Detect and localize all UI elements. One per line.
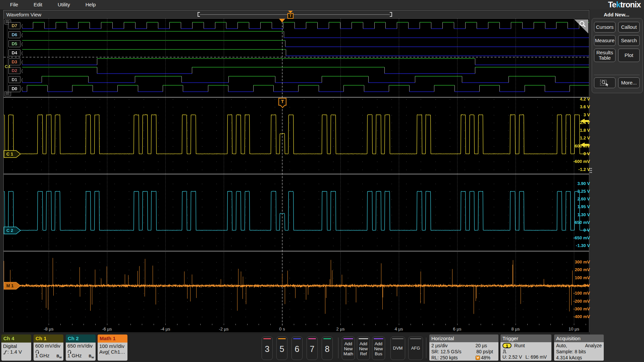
channel-badge-math1[interactable]: Math 1 100 mV/div Avg( Ch1…	[98, 335, 127, 361]
channel-button-7[interactable]: 7	[307, 337, 318, 360]
waveform-canvas[interactable]	[4, 19, 589, 326]
trigger-lower-level: L: 696 mV	[525, 354, 547, 360]
channel-tag-m-1[interactable]: M 1	[4, 282, 21, 291]
channel-color-strip	[323, 338, 331, 339]
button-label: AddNewMath	[342, 341, 355, 356]
rising-edge-icon	[3, 350, 7, 355]
digital-label-d5[interactable]: D5(	[8, 40, 20, 47]
add-new-plot-button[interactable]: Plot	[618, 49, 640, 62]
time-tick-8-s: -8 µs	[37, 326, 60, 331]
digital-label-d7[interactable]: D7(	[8, 22, 20, 29]
digital-threshold-label-c4[interactable]: C4	[5, 64, 10, 69]
math1-title: Math 1	[98, 335, 127, 343]
add-new-search-button[interactable]: Search	[618, 35, 640, 46]
channel-button-8[interactable]: 8	[322, 337, 333, 360]
horizontal-pan-zoom-bar[interactable]: T	[198, 11, 392, 18]
label-bracket: (	[21, 85, 23, 92]
add-new-bus-button[interactable]: AddNewBus	[372, 337, 385, 360]
horizontal-title: Horizontal	[429, 335, 498, 342]
add-new-measure-button[interactable]: Measure	[594, 35, 615, 46]
trigger-scrub-pointer-icon[interactable]	[288, 11, 293, 13]
label-bracket: (	[21, 67, 23, 74]
panel-resize-handle[interactable]	[589, 167, 592, 177]
time-tick-8-s: 8 µs	[504, 326, 527, 331]
panel-divider	[594, 75, 640, 75]
graticule-area[interactable]: T D7(D6(D5(D4(D3(D2(D1(D0(4.2 V3.6 V3 V2…	[4, 19, 589, 326]
channel-button-5[interactable]: 5	[276, 337, 287, 360]
pan-bracket-right[interactable]	[390, 12, 392, 17]
channel-button-label: 5	[277, 344, 287, 354]
bandwidth-limit-icon: BW	[56, 353, 62, 360]
add-new-header: Add New...	[590, 12, 643, 17]
channel-color-strip	[308, 338, 316, 339]
acquisition-sample: Sample: 8 bits	[556, 349, 586, 355]
horizontal-panel[interactable]: Horizontal 2 µs/div20 µs SR: 12.5 GS/s80…	[429, 335, 498, 361]
horizontal-window: 20 µs	[475, 343, 487, 349]
pan-bracket-left[interactable]	[198, 12, 200, 17]
tektronix-logo: Tektronix	[608, 0, 641, 9]
add-new-ref-button[interactable]: AddNewRef	[357, 337, 370, 360]
time-tick-4-s: 4 µs	[387, 326, 411, 331]
trigger-title: Trigger	[500, 335, 551, 342]
button-label: AddNewRef	[357, 341, 370, 356]
menu-file[interactable]: File	[10, 0, 18, 9]
color-strip	[374, 338, 383, 339]
label-bracket: (	[21, 41, 23, 47]
acquisition-analyze: Analyze	[585, 343, 602, 349]
ch1-bandwidth: 1 GHz	[35, 353, 50, 358]
more-button[interactable]: More...	[618, 77, 640, 88]
channel-badge-ch4[interactable]: Ch 4 Digital : 1.4 V	[1, 335, 31, 361]
label-bracket: (	[21, 22, 23, 29]
menu-utility[interactable]: Utility	[58, 0, 70, 9]
waveform-view-title: Waveform View	[6, 12, 41, 17]
acquisition-panel[interactable]: Acquisition Auto,Analyze Sample: 8 bits …	[554, 335, 604, 361]
add-new-callout-button[interactable]: Callout	[618, 22, 640, 33]
trigger-upper-level-arrow[interactable]	[580, 119, 589, 125]
trigger-scrub-flag[interactable]: T	[287, 13, 293, 19]
math1-scale: 100 mV/div	[99, 343, 126, 349]
digital-label-d1[interactable]: D1(	[8, 76, 20, 83]
channel-badge-ch2[interactable]: Ch 2 650 mV/div 1 GHzBW	[66, 335, 96, 361]
add-new-results-table-button[interactable]: Results Table	[594, 49, 615, 62]
trigger-upper-level: U: 2.52 V	[502, 354, 522, 360]
color-strip	[392, 338, 404, 339]
zoom-select-button[interactable]	[594, 77, 615, 88]
channel-badge-ch1[interactable]: Ch 1 600 mV/div 1 GHzBW	[34, 335, 63, 361]
trigger-panel[interactable]: Trigger 1Runt U: 2.52 VL: 696 mV	[500, 335, 551, 361]
menu-edit[interactable]: Edit	[34, 0, 42, 9]
math1-function: Avg( Ch1…	[99, 349, 126, 355]
horizontal-position: 48%	[481, 355, 490, 361]
zoom-select-icon	[600, 79, 610, 86]
zoom-corner-icon[interactable]	[574, 19, 588, 34]
channel-button-6[interactable]: 6	[291, 337, 303, 360]
divider	[338, 338, 338, 358]
horizontal-scale: 2 µs/div	[431, 343, 448, 349]
acquisition-count: 4.314 kAcqs	[556, 355, 582, 361]
digital-group-rail	[7, 24, 7, 92]
color-strip	[343, 338, 353, 339]
color-strip	[410, 338, 421, 339]
time-tick-2-s: 2 µs	[329, 326, 352, 331]
runt-pulse-icon	[502, 349, 508, 354]
digital-label-d0[interactable]: D0(	[8, 85, 20, 92]
digital-label-d4[interactable]: D4(	[8, 49, 20, 56]
label-bracket: (	[21, 50, 23, 56]
trigger-lower-level-arrow[interactable]	[580, 142, 589, 148]
channel-button-3[interactable]: 3	[262, 337, 273, 360]
add-new-math-button[interactable]: AddNewMath	[342, 337, 355, 360]
ch4-threshold: : 1.4 V	[7, 349, 22, 355]
trigger-t-flag[interactable]: T	[278, 98, 286, 106]
channel-tag-c-1[interactable]: C 1	[4, 150, 21, 159]
afg-button[interactable]: AFG	[408, 337, 423, 360]
sample-rate: SR: 12.5 GS/s	[431, 349, 461, 355]
add-new-cursors-button[interactable]: Cursors	[594, 22, 615, 33]
digital-label-d6[interactable]: D6(	[8, 31, 20, 38]
channel-color-strip	[278, 338, 286, 339]
menu-help[interactable]: Help	[86, 0, 96, 9]
dvm-button[interactable]: DVM	[390, 337, 405, 360]
channel-tag-c-2[interactable]: C 2	[4, 227, 21, 236]
channel-button-label: 3	[262, 344, 272, 354]
time-tick-0-s: 0 s	[270, 326, 294, 331]
trigger-position-icon[interactable]	[279, 19, 285, 22]
pan-track	[200, 14, 390, 15]
